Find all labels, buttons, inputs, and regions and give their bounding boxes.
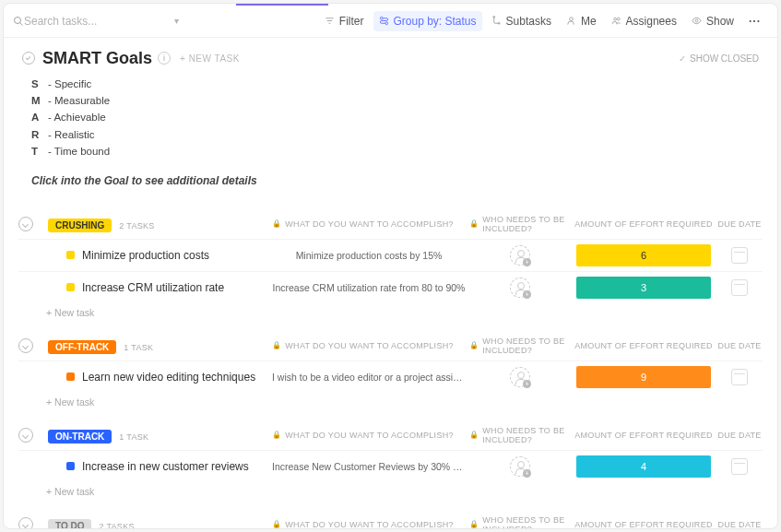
group-by-button[interactable]: Group by: Status [373, 11, 482, 31]
me-label: Me [581, 15, 597, 28]
subtasks-button[interactable]: Subtasks [486, 11, 557, 31]
col-header-accomplish: 🔒WHAT DO YOU WANT TO ACCOMPLISH? [272, 219, 466, 229]
status-chip[interactable]: OFF-TRACK [48, 340, 116, 354]
calendar-icon[interactable] [731, 369, 748, 385]
filter-icon [325, 16, 336, 27]
smart-row: T- Time bound [31, 143, 759, 160]
search-input[interactable] [24, 15, 144, 28]
assignees-button[interactable]: Assignees [606, 11, 682, 31]
calendar-icon[interactable] [731, 247, 748, 264]
effort-value[interactable]: 6 [576, 244, 711, 266]
lock-icon: 🔒 [272, 219, 281, 228]
smart-letter: A [31, 109, 42, 125]
effort-value[interactable]: 4 [576, 455, 711, 478]
new-task-header-button[interactable]: + NEW TASK [180, 53, 240, 64]
group-header: TO DO2 TASKS🔒WHAT DO YOU WANT TO ACCOMPL… [18, 514, 763, 528]
assignee-cell[interactable]: + [469, 367, 571, 387]
task-group: ON-TRACK1 TASK🔒WHAT DO YOU WANT TO ACCOM… [18, 424, 763, 501]
collapse-toggle[interactable] [18, 517, 33, 528]
col-header-included: 🔒WHO NEEDS TO BE INCLUDED? [469, 337, 571, 355]
smart-text: - Realistic [48, 126, 94, 143]
search-box[interactable]: ▾ [13, 15, 179, 28]
task-name[interactable]: Minimize production costs [82, 249, 209, 262]
task-count: 1 TASK [119, 432, 148, 442]
assignee-cell[interactable]: + [469, 245, 571, 266]
task-name[interactable]: Learn new video editing techniques [82, 371, 255, 384]
show-button[interactable]: Show [686, 11, 740, 31]
status-dot[interactable] [66, 283, 75, 291]
more-menu[interactable]: ··· [743, 11, 766, 31]
group-icon [379, 16, 390, 27]
task-count: 1 TASK [124, 343, 153, 352]
col-header-effort: AMOUNT OF EFFORT REQUIRED [574, 520, 713, 528]
task-count: 2 TASKS [119, 221, 154, 231]
status-chip[interactable]: CRUSHING [48, 219, 112, 232]
effort-value[interactable]: 9 [576, 366, 711, 388]
task-accomplish: Minimize production costs by 15% [272, 250, 466, 261]
collapse-toggle[interactable] [18, 217, 33, 231]
due-date-cell[interactable] [716, 279, 763, 296]
due-date-cell[interactable] [716, 369, 763, 385]
due-date-cell[interactable] [716, 247, 763, 264]
search-icon [13, 16, 24, 27]
status-chip[interactable]: TO DO [48, 519, 91, 528]
calendar-icon[interactable] [731, 279, 748, 296]
page-title: SMART Goals [42, 49, 152, 68]
task-group: OFF-TRACK1 TASK🔒WHAT DO YOU WANT TO ACCO… [18, 335, 763, 411]
add-task-button[interactable]: + New task [18, 393, 763, 411]
task-count: 2 TASKS [99, 522, 134, 528]
col-header-accomplish: 🔒WHAT DO YOU WANT TO ACCOMPLISH? [272, 520, 466, 528]
assignee-add-icon[interactable]: + [510, 456, 530, 477]
task-group: TO DO2 TASKS🔒WHAT DO YOU WANT TO ACCOMPL… [18, 514, 763, 528]
status-chip[interactable]: ON-TRACK [48, 430, 112, 443]
smart-row: A- Achievable [31, 109, 759, 125]
col-header-due: DUE DATE [716, 219, 763, 229]
show-closed-button[interactable]: ✓ SHOW CLOSED [679, 53, 759, 64]
task-row[interactable]: Increase CRM utilization rateIncrease CR… [18, 271, 763, 303]
filter-label: Filter [339, 15, 364, 28]
col-header-included: 🔒WHO NEEDS TO BE INCLUDED? [469, 515, 571, 528]
filter-button[interactable]: Filter [319, 11, 370, 31]
info-icon[interactable]: i [158, 52, 171, 65]
due-date-cell[interactable] [716, 458, 763, 475]
assignee-add-icon[interactable]: + [510, 278, 530, 298]
calendar-icon[interactable] [731, 458, 748, 475]
smart-letter: T [31, 143, 42, 160]
svg-point-11 [617, 18, 620, 20]
assignee-cell[interactable]: + [469, 456, 571, 477]
person-icon [566, 16, 577, 27]
col-header-effort: AMOUNT OF EFFORT REQUIRED [574, 431, 713, 440]
task-row[interactable]: Learn new video editing techniquesI wish… [18, 361, 763, 393]
lock-icon: 🔒 [272, 341, 281, 349]
add-task-button[interactable]: + New task [18, 303, 763, 322]
people-icon [611, 16, 622, 27]
assignee-cell[interactable]: + [469, 278, 571, 298]
status-dot[interactable] [66, 462, 75, 470]
svg-point-5 [380, 17, 383, 19]
me-button[interactable]: Me [561, 11, 602, 31]
task-name[interactable]: Increase in new customer reviews [82, 460, 249, 473]
lock-icon: 🔒 [469, 219, 479, 228]
status-dot[interactable] [66, 251, 75, 259]
chevron-down-icon[interactable]: ▾ [174, 16, 179, 26]
task-row[interactable]: Increase in new customer reviewsIncrease… [18, 450, 763, 482]
col-header-included: 🔒WHO NEEDS TO BE INCLUDED? [469, 426, 571, 444]
assignee-add-icon[interactable]: + [510, 367, 530, 387]
task-name[interactable]: Increase CRM utilization rate [82, 281, 224, 294]
group-header: CRUSHING2 TASKS🔒WHAT DO YOU WANT TO ACCO… [18, 213, 763, 235]
collapse-toggle[interactable] [18, 428, 33, 443]
task-group: CRUSHING2 TASKS🔒WHAT DO YOU WANT TO ACCO… [18, 213, 763, 322]
plus-badge: + [523, 380, 531, 388]
task-row[interactable]: Minimize production costsMinimize produc… [18, 239, 763, 271]
effort-value[interactable]: 3 [576, 277, 711, 299]
assignees-label: Assignees [626, 15, 677, 28]
collapse-toggle[interactable] [18, 338, 33, 353]
show-closed-label: SHOW CLOSED [690, 53, 759, 64]
assignee-add-icon[interactable]: + [510, 245, 530, 266]
col-header-included: 🔒WHO NEEDS TO BE INCLUDED? [469, 215, 571, 233]
col-header-accomplish: 🔒WHAT DO YOU WANT TO ACCOMPLISH? [272, 341, 466, 350]
svg-point-0 [15, 17, 21, 23]
add-task-button[interactable]: + New task [18, 482, 763, 501]
smart-row: S- Specific [31, 76, 759, 92]
status-dot[interactable] [66, 372, 75, 381]
